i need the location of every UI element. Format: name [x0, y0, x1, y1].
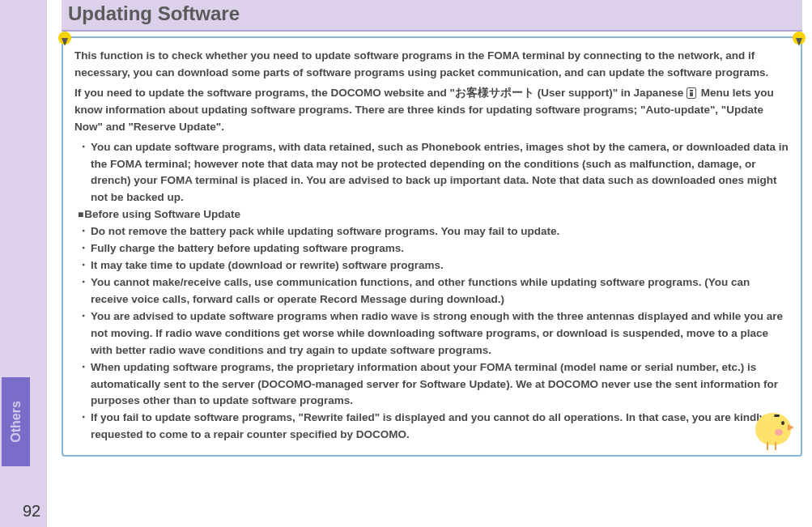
bullet-item: When updating software programs, the pro… [74, 359, 789, 410]
imode-icon [687, 87, 696, 99]
bullet-item: You cannot make/receive calls, use commu… [74, 274, 789, 308]
title-bar: Updating Software [62, 0, 802, 32]
main-content: Updating Software This function is to ch… [47, 0, 812, 457]
content-box: This function is to check whether you ne… [62, 36, 802, 457]
bullet-item: You are advised to update software progr… [74, 308, 789, 359]
sidebar-tab-label: Others [9, 401, 23, 443]
intro-paragraph-1: This function is to check whether you ne… [74, 48, 789, 82]
bullet-item: Do not remove the battery pack while upd… [74, 223, 789, 240]
section-heading-before-update: Before using Software Update [74, 206, 789, 223]
page-number: 92 [23, 502, 40, 521]
sidebar-tab-others: Others [2, 377, 30, 466]
bullet-item: Fully charge the battery before updating… [74, 240, 789, 257]
intro-p2a: If you need to update the software progr… [74, 87, 683, 99]
chick-mascot-icon [750, 405, 796, 450]
bullet-item: It may take time to update (download or … [74, 257, 789, 274]
sidebar: Others [0, 0, 47, 527]
page-title: Updating Software [68, 2, 796, 25]
pushpin-icon [793, 32, 806, 45]
intro-paragraph-2: If you need to update the software progr… [74, 85, 789, 136]
bullet-item: You can update software programs, with d… [74, 139, 789, 207]
pushpin-icon [58, 32, 71, 45]
bullet-item: If you fail to update software programs,… [74, 410, 789, 444]
